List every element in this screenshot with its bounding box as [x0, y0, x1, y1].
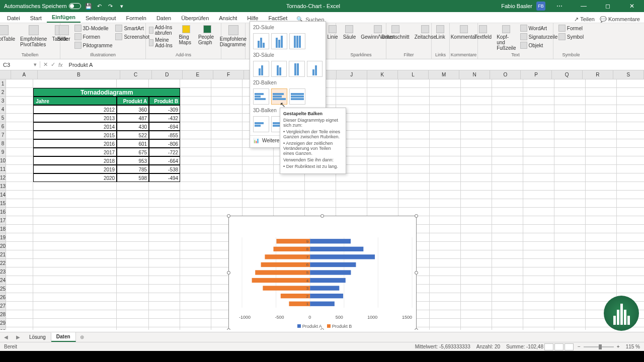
cell[interactable] [149, 319, 180, 327]
cell[interactable] [554, 148, 586, 156]
cell[interactable] [492, 216, 523, 225]
view-page-layout-icon[interactable] [554, 343, 564, 350]
cell[interactable] [586, 79, 617, 88]
cell[interactable] [461, 156, 492, 165]
col-head-c[interactable]: C [120, 70, 152, 79]
cell[interactable] [492, 122, 523, 131]
cell[interactable] [180, 276, 211, 285]
cell[interactable] [6, 191, 33, 199]
cell[interactable] [492, 285, 523, 293]
cell[interactable] [617, 88, 644, 97]
cell[interactable] [180, 114, 211, 122]
cell[interactable] [117, 259, 149, 267]
pictures-button[interactable]: Bilder [55, 24, 72, 43]
col-head-d[interactable]: D [152, 70, 183, 79]
cell[interactable] [492, 267, 523, 276]
col-head-p[interactable]: P [521, 70, 551, 79]
row-head[interactable]: 13 [0, 182, 6, 191]
chart-2d-column-stacked[interactable] [271, 33, 287, 49]
cell[interactable] [554, 97, 586, 105]
cell[interactable] [461, 182, 492, 191]
cell[interactable] [554, 225, 586, 233]
cell[interactable] [492, 182, 523, 191]
cell[interactable] [180, 139, 211, 148]
row-head[interactable]: 3 [0, 97, 6, 105]
cell[interactable] [117, 302, 149, 310]
cell[interactable] [180, 88, 211, 97]
cell[interactable] [117, 293, 149, 302]
textbox-button[interactable]: Textfeld [472, 24, 494, 41]
cell[interactable] [492, 139, 523, 148]
cell[interactable] [243, 156, 274, 165]
cell[interactable] [430, 156, 461, 165]
my-addins-button[interactable]: Meine Add-Ins [148, 37, 176, 49]
cell[interactable] [6, 97, 33, 105]
row-head[interactable]: 17 [0, 216, 6, 225]
cell[interactable] [367, 173, 398, 182]
tab-seitenlayout[interactable]: Seitenlayout [80, 14, 121, 23]
cell[interactable] [430, 88, 461, 97]
cell[interactable] [430, 302, 461, 310]
cell[interactable] [117, 191, 149, 199]
cell[interactable] [492, 233, 523, 242]
cell[interactable] [492, 148, 523, 156]
cell[interactable] [617, 182, 644, 191]
cell[interactable] [430, 216, 461, 225]
cell[interactable] [617, 233, 644, 242]
cell[interactable]: -806 [149, 139, 180, 148]
cell[interactable] [180, 148, 211, 156]
cell[interactable] [149, 276, 180, 285]
close-icon[interactable]: ✕ [622, 0, 642, 12]
chart-2d-bar-stacked[interactable] [271, 88, 287, 105]
cell[interactable] [586, 233, 617, 242]
cell[interactable] [6, 88, 33, 97]
shapes-button[interactable]: Formen [73, 33, 114, 41]
cell[interactable] [617, 199, 644, 208]
cell[interactable] [117, 242, 149, 250]
cell[interactable] [523, 182, 554, 191]
screenshot-button[interactable]: Screenshot [114, 33, 150, 41]
cell[interactable]: 785 [117, 165, 149, 173]
cell[interactable] [617, 131, 644, 139]
cell[interactable] [554, 122, 586, 131]
cell[interactable] [180, 79, 211, 88]
cell[interactable]: -538 [149, 165, 180, 173]
cell[interactable] [33, 276, 117, 285]
cell[interactable] [586, 182, 617, 191]
row-head[interactable]: 18 [0, 225, 6, 233]
cell[interactable]: 598 [117, 173, 149, 182]
chart-3d-column-100[interactable] [289, 61, 305, 77]
col-head-j[interactable]: J [337, 70, 367, 79]
fx-icon[interactable]: fx [58, 62, 63, 68]
cell[interactable] [554, 327, 586, 330]
cell[interactable]: 430 [117, 122, 149, 131]
cell[interactable] [430, 276, 461, 285]
cell[interactable] [211, 199, 243, 208]
col-head-s[interactable]: S [613, 70, 644, 79]
cell[interactable] [554, 199, 586, 208]
cell[interactable] [33, 233, 117, 242]
cell[interactable] [6, 319, 33, 327]
cell[interactable]: -855 [149, 131, 180, 139]
cell[interactable] [430, 97, 461, 105]
cell[interactable] [554, 259, 586, 267]
tab-ueberpruefen[interactable]: Überprüfen [176, 14, 214, 23]
cell[interactable] [117, 79, 149, 88]
cell[interactable] [243, 199, 274, 208]
cell[interactable] [430, 250, 461, 259]
cell[interactable] [336, 97, 367, 105]
cell[interactable] [461, 242, 492, 250]
cell[interactable] [6, 310, 33, 319]
cell[interactable] [461, 225, 492, 233]
cell[interactable] [211, 156, 243, 165]
cell[interactable] [33, 242, 117, 250]
zoom-in-icon[interactable]: + [617, 344, 620, 349]
chart-3d-column[interactable] [307, 61, 323, 77]
header-footer-button[interactable]: Kopf- und Fußzeile [495, 24, 518, 52]
cell[interactable] [586, 242, 617, 250]
cell[interactable] [117, 285, 149, 293]
cell[interactable] [180, 242, 211, 250]
cell[interactable] [6, 259, 33, 267]
cell[interactable] [430, 114, 461, 122]
cell[interactable]: -694 [149, 122, 180, 131]
